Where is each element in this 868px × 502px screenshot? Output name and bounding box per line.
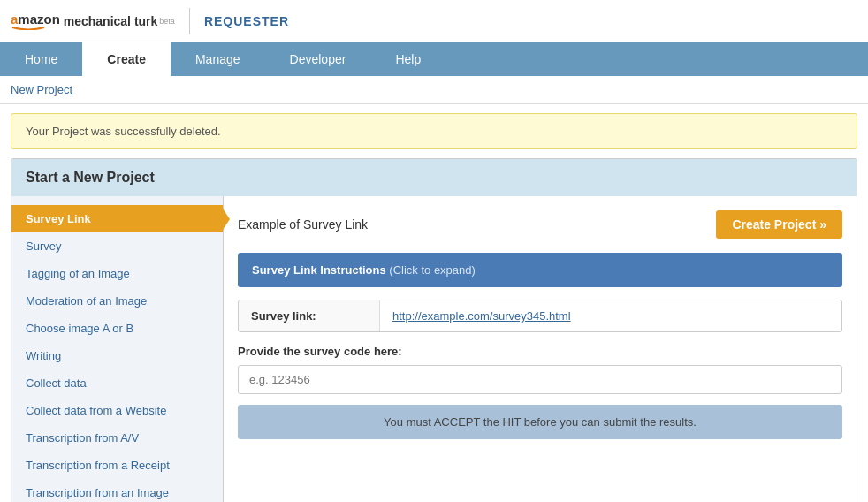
layout: Survey Link Survey Tagging of an Image M…: [11, 196, 857, 502]
sidebar-item-transcription-image[interactable]: Transcription from an Image: [11, 479, 223, 502]
right-panel: Example of Survey Link Create Project » …: [224, 196, 857, 502]
sidebar: Survey Link Survey Tagging of an Image M…: [11, 196, 224, 502]
logo-divider: [189, 8, 190, 34]
nav-home[interactable]: Home: [0, 42, 82, 76]
beta-label: beta: [159, 17, 175, 26]
accept-notice-text: You must ACCEPT the HIT before you can s…: [384, 415, 697, 429]
logo: amazon mechanical turk beta REQUESTER: [11, 8, 289, 34]
sidebar-item-transcription-receipt[interactable]: Transcription from a Receipt: [11, 452, 223, 479]
sidebar-item-tagging-image[interactable]: Tagging of an Image: [11, 260, 223, 287]
sidebar-item-survey[interactable]: Survey: [11, 232, 223, 260]
sidebar-item-survey-link[interactable]: Survey Link: [11, 205, 223, 232]
nav-create[interactable]: Create: [82, 42, 171, 76]
survey-link-form: Survey link: http://example.com/survey34…: [238, 300, 842, 332]
requester-label: REQUESTER: [204, 14, 289, 28]
accept-hit-notice: You must ACCEPT the HIT before you can s…: [238, 405, 842, 439]
right-panel-title: Example of Survey Link: [238, 217, 368, 232]
section-header: Start a New Project: [11, 159, 857, 196]
create-project-button[interactable]: Create Project »: [716, 210, 842, 239]
survey-link-value: http://example.com/survey345.html: [380, 300, 583, 331]
sidebar-item-collect-data-website[interactable]: Collect data from a Website: [11, 397, 223, 424]
sidebar-item-choose-image[interactable]: Choose image A or B: [11, 315, 223, 342]
sidebar-item-transcription-av[interactable]: Transcription from A/V: [11, 424, 223, 452]
amazon-logo: amazon: [11, 11, 60, 30]
survey-code-input[interactable]: [238, 365, 842, 394]
survey-link-label: Survey link:: [239, 300, 380, 331]
success-alert: Your Project was successfully deleted.: [11, 113, 857, 149]
alert-message: Your Project was successfully deleted.: [26, 125, 221, 138]
instructions-box[interactable]: Survey Link Instructions (Click to expan…: [238, 253, 842, 287]
instructions-label: Survey Link Instructions: [252, 263, 386, 277]
nav-manage[interactable]: Manage: [171, 42, 265, 76]
mechanical-turk-logo: mechanical turk: [60, 14, 158, 28]
survey-link-url[interactable]: http://example.com/survey345.html: [392, 309, 571, 323]
nav-developer[interactable]: Developer: [265, 42, 371, 76]
new-project-link[interactable]: New Project: [11, 83, 72, 96]
app-header: amazon mechanical turk beta REQUESTER: [0, 0, 868, 42]
section-title: Start a New Project: [26, 170, 155, 185]
sidebar-item-writing[interactable]: Writing: [11, 342, 223, 369]
right-panel-header: Example of Survey Link Create Project »: [238, 210, 842, 239]
nav-help[interactable]: Help: [370, 42, 445, 76]
survey-link-row: Survey link: http://example.com/survey34…: [239, 300, 841, 331]
survey-code-section: Provide the survey code here:: [238, 345, 842, 394]
instructions-expand-parens: (Click to expand): [389, 263, 476, 277]
survey-code-label: Provide the survey code here:: [238, 345, 842, 358]
main-content: Start a New Project Survey Link Survey T…: [11, 158, 857, 502]
breadcrumb: New Project: [0, 76, 868, 104]
sidebar-item-collect-data[interactable]: Collect data: [11, 369, 223, 397]
main-nav: Home Create Manage Developer Help: [0, 42, 868, 76]
sidebar-item-moderation-image[interactable]: Moderation of an Image: [11, 287, 223, 315]
